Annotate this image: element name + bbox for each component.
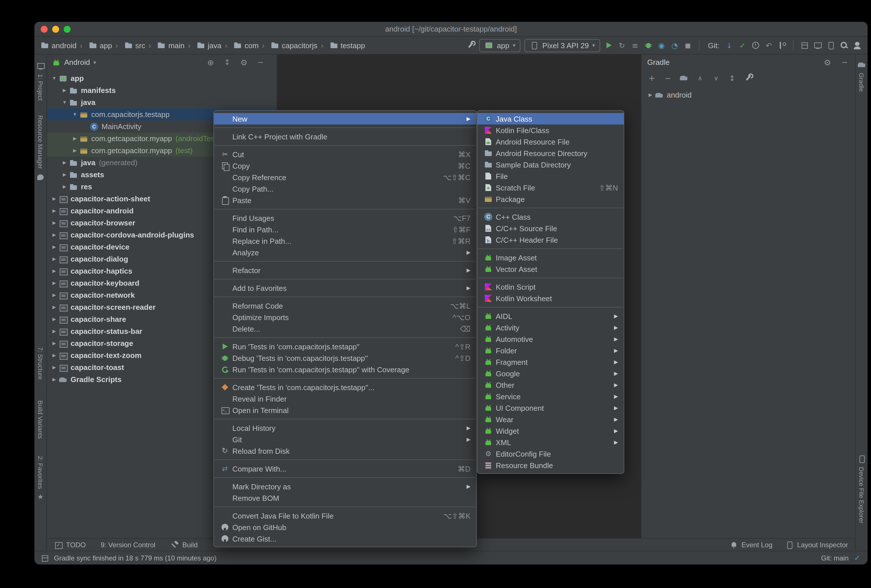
locate-file-icon[interactable] [206, 58, 215, 67]
menu-item[interactable]: Mark Directory as [214, 481, 476, 492]
tree-expander[interactable]: ▶ [50, 244, 58, 250]
gradle-settings-icon[interactable] [744, 73, 753, 82]
menu-item[interactable]: Debug 'Tests in 'com.capacitorjs.testapp… [214, 352, 476, 364]
tree-expander[interactable]: ▼ [70, 112, 79, 117]
toolwindow-stripe-button[interactable]: Resource Manager [36, 115, 45, 182]
tree-expander[interactable]: ▼ [50, 76, 58, 81]
tree-expander[interactable]: ▶ [50, 208, 58, 213]
submenu-item[interactable]: Other [477, 379, 624, 391]
menu-item[interactable]: Find Usages ⌥F7 [214, 212, 476, 224]
attach-debugger-icon[interactable] [657, 41, 666, 50]
layout-editor-icon[interactable] [800, 41, 809, 50]
submenu-item[interactable]: C/C++ Source File [477, 223, 624, 234]
status-message[interactable]: Gradle sync finished in 18 s 779 ms (10 … [54, 554, 217, 562]
tree-expander[interactable]: ▶ [50, 353, 58, 358]
profiler-icon[interactable] [670, 41, 679, 50]
menu-item[interactable]: Remove BOM [214, 492, 476, 504]
history-icon[interactable] [751, 41, 760, 50]
menu-item[interactable]: Link C++ Project with Gradle [214, 131, 476, 142]
device-selector[interactable]: Pixel 3 API 29 ▾ [525, 39, 600, 52]
tree-expander[interactable]: ▶ [50, 281, 58, 286]
submenu-item[interactable]: Wear [477, 414, 624, 425]
git-update-icon[interactable] [725, 41, 734, 50]
menu-item[interactable]: Reveal in Finder [214, 393, 476, 404]
tree-expander[interactable]: ▶ [50, 268, 58, 274]
breadcrumb-item[interactable]: main [145, 41, 184, 50]
tree-expander[interactable]: ▼ [60, 100, 69, 105]
menu-item[interactable]: Refactor [214, 265, 476, 276]
toolwindow-button[interactable]: 9: Version Control [101, 541, 156, 549]
menu-item[interactable]: Copy Path... [214, 183, 476, 195]
menu-item[interactable]: Open in Terminal [214, 404, 476, 416]
toggle-view-icon[interactable] [727, 73, 737, 82]
titlebar[interactable]: android [~/git/capacitor-testapp/android… [34, 22, 868, 37]
toolwindow-button[interactable]: Layout Inspector [785, 540, 848, 549]
submenu-item[interactable]: Android Resource File [477, 136, 624, 147]
submenu-item[interactable]: Activity [477, 322, 624, 333]
breadcrumb-item[interactable]: testapp [317, 41, 365, 50]
tree-expander[interactable]: ▶ [50, 377, 58, 382]
submenu-item[interactable]: Resource Bundle [477, 459, 624, 471]
run-configurations-icon[interactable] [631, 41, 640, 50]
tree-expander[interactable]: ▶ [50, 329, 58, 334]
submenu-item[interactable]: Google [477, 368, 624, 379]
submenu-item[interactable]: File [477, 171, 624, 182]
menu-item[interactable]: Copy ⌘C [214, 160, 476, 172]
menu-item[interactable]: Replace in Path... ⇧⌘R [214, 235, 476, 247]
breadcrumb-item[interactable]: capacitorjs [259, 41, 317, 50]
menu-item[interactable]: Open on GitHub [214, 521, 476, 533]
menu-item[interactable]: Compare With... ⌘D [214, 463, 476, 474]
gear-icon[interactable] [823, 58, 832, 67]
tree-expander[interactable]: ▶ [60, 184, 69, 189]
menu-item[interactable]: New [214, 113, 476, 124]
submenu-item[interactable]: EditorConfig File [477, 448, 624, 459]
submenu-item[interactable]: Folder [477, 345, 624, 356]
breadcrumb-item[interactable]: java [184, 41, 221, 50]
remove-gradle-project-icon[interactable] [663, 73, 672, 82]
tree-expander[interactable]: ▶ [60, 172, 69, 177]
toolwindow-stripe-button[interactable]: 1: Project [36, 61, 45, 101]
breadcrumb-item[interactable]: src [112, 41, 145, 50]
menu-item[interactable]: Cut ⌘X [214, 148, 476, 160]
run-config-selector[interactable]: app ▾ [479, 39, 521, 52]
run-button[interactable] [604, 41, 614, 50]
menu-item[interactable]: Copy Reference ⌥⇧⌘C [214, 172, 476, 183]
menu-item[interactable]: Reformat Code ⌥⌘L [214, 300, 476, 311]
add-gradle-project-icon[interactable] [647, 73, 656, 82]
minimize-button[interactable] [52, 25, 59, 32]
submenu-item[interactable]: Scratch File ⇧⌘N [477, 182, 624, 193]
tree-expander[interactable]: ▶ [50, 196, 58, 201]
submenu-item[interactable]: UI Component [477, 402, 624, 414]
toolwindow-button[interactable]: Event Log [729, 540, 772, 549]
tree-expander[interactable]: ▶ [70, 148, 79, 153]
submenu-item[interactable]: Sample Data Directory [477, 159, 624, 171]
submenu-item[interactable]: Kotlin Script [477, 281, 624, 293]
submenu-item[interactable]: Image Asset [477, 252, 624, 263]
collapse-all-icon[interactable] [711, 73, 721, 82]
tree-expander[interactable]: ▶ [50, 341, 58, 346]
menu-item[interactable]: Run 'Tests in 'com.capacitorjs.testapp''… [214, 364, 476, 375]
hide-panel-icon[interactable] [840, 58, 849, 67]
git-commit-icon[interactable] [738, 41, 747, 50]
toolwindow-stripe-button[interactable]: Build Variants [37, 400, 44, 439]
apply-changes-icon[interactable] [617, 41, 627, 50]
menu-item[interactable]: Delete... ⌫ [214, 323, 476, 334]
expand-all-icon[interactable] [696, 73, 705, 82]
git-branch-label[interactable]: Git: main [821, 554, 849, 562]
status-check-icon[interactable] [853, 553, 862, 563]
submenu-item[interactable]: C++ Class [477, 211, 624, 223]
submenu-item[interactable]: Package [477, 193, 624, 205]
submenu-item[interactable]: AIDL [477, 310, 624, 322]
emulator-icon[interactable] [813, 41, 822, 50]
debug-button[interactable] [644, 41, 653, 50]
hide-panel-icon[interactable] [256, 58, 265, 67]
submenu-item[interactable]: Fragment [477, 356, 624, 368]
tree-row[interactable]: ▼ java [47, 96, 277, 108]
tree-expander[interactable]: ▶ [50, 305, 58, 310]
menu-item[interactable]: Create Gist... [214, 533, 476, 545]
menu-item[interactable]: Local History [214, 422, 476, 434]
git-branch-icon[interactable] [777, 41, 787, 50]
tree-expander[interactable]: ▶ [646, 92, 655, 97]
menu-item[interactable]: Create 'Tests in 'com.capacitorjs.testap… [214, 382, 476, 393]
tree-row[interactable]: ▼ app [47, 72, 277, 84]
